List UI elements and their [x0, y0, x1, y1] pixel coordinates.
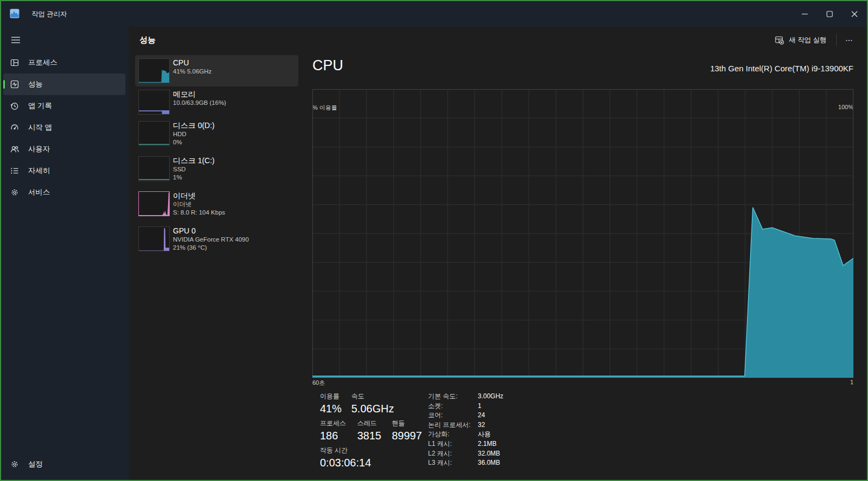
- mini-graph-ethernet: [138, 191, 170, 216]
- perf-item-text: 메모리10.0/63.9GB (16%): [173, 89, 296, 107]
- perf-item-text: 이더넷이더넷S: 8.0 R: 104 Kbps: [173, 191, 296, 217]
- sidebar-settings-container: 설정: [1, 453, 129, 475]
- sidebar-item-app-history[interactable]: 앱 기록: [3, 95, 125, 117]
- spec-label: 가상화:: [428, 430, 478, 439]
- cpu-spec-table: 기본 속도:3.00GHz소켓:1코어:24논리 프로세서:32가상화:사용L1…: [428, 392, 503, 468]
- sidebar-item-startup-apps[interactable]: 시작 앱: [3, 117, 125, 138]
- gear-icon: [10, 460, 19, 469]
- perf-item-title: 이더넷: [173, 191, 296, 201]
- sidebar: 프로세스성능앱 기록시작 앱사용자자세히서비스 설정: [1, 27, 129, 480]
- spec-label: L2 캐시:: [428, 449, 478, 459]
- perf-item-subtext: 이더넷: [173, 201, 296, 209]
- spec-value: 24: [478, 411, 503, 420]
- maximize-icon: [826, 11, 833, 17]
- sidebar-item-label: 시작 앱: [28, 123, 52, 132]
- perf-item-text: 디스크 0(D:)HDD0%: [173, 121, 296, 146]
- stat-handles: 핸들 89997: [392, 419, 422, 442]
- spec-label: 소켓:: [428, 402, 478, 411]
- maximize-button[interactable]: [817, 1, 842, 27]
- services-icon: [10, 188, 19, 197]
- sidebar-item-label: 자세히: [28, 166, 50, 176]
- perf-item-subtext: 0%: [173, 138, 296, 146]
- perf-item-subtext: SSD: [173, 165, 296, 173]
- cpu-usage-area-chart: [312, 89, 853, 378]
- ellipsis-icon: ⋯: [845, 36, 854, 44]
- spec-value: 36.0MB: [478, 458, 503, 468]
- page-title: 성능: [139, 27, 156, 53]
- cpu-panel-title: CPU: [312, 57, 343, 74]
- mini-graph-disk0: [138, 121, 170, 146]
- spec-label: L1 캐시:: [428, 439, 478, 449]
- run-new-task-button[interactable]: 새 작업 실행: [769, 31, 833, 49]
- task-manager-app-icon: [10, 9, 19, 18]
- chart-bottom-labels: 60초 1: [312, 379, 853, 387]
- performance-icon: [10, 80, 19, 89]
- spec-value: 3.00GHz: [478, 392, 503, 402]
- titlebar: 작업 관리자: [1, 1, 867, 27]
- cpu-usage-chart[interactable]: [312, 89, 853, 378]
- perf-item-subtext: 41% 5.06GHz: [173, 68, 296, 76]
- window-title: 작업 관리자: [31, 1, 67, 27]
- stat-processes: 프로세스 186: [320, 419, 346, 442]
- cpu-model-name: 13th Gen Intel(R) Core(TM) i9-13900KF: [710, 64, 853, 73]
- spec-label: L3 캐시:: [428, 458, 478, 468]
- perf-item-text: 디스크 1(C:)SSD1%: [173, 156, 296, 182]
- close-button[interactable]: [842, 1, 867, 27]
- sidebar-item-label: 성능: [28, 79, 43, 89]
- x-right-label: 1: [850, 379, 853, 385]
- mini-graph-gpu: [138, 226, 170, 251]
- run-new-task-label: 새 작업 실행: [789, 36, 826, 45]
- spec-label: 코어:: [428, 411, 478, 420]
- perf-list-item-gpu[interactable]: GPU 0NVIDIA GeForce RTX 409021% (36 °C): [135, 223, 298, 258]
- startup-apps-icon: [10, 123, 19, 132]
- sidebar-item-details[interactable]: 자세히: [3, 160, 125, 182]
- sidebar-item-services[interactable]: 서비스: [3, 182, 125, 203]
- header-divider: [836, 34, 837, 46]
- sidebar-nav: 프로세스성능앱 기록시작 앱사용자자세히서비스: [1, 52, 129, 203]
- stat-uptime: 작동 시간 0:03:06:14: [320, 446, 371, 469]
- perf-item-text: GPU 0NVIDIA GeForce RTX 409021% (36 °C): [173, 226, 296, 252]
- perf-item-title: 메모리: [173, 89, 296, 99]
- perf-list-item-memory[interactable]: 메모리10.0/63.9GB (16%): [135, 86, 298, 118]
- perf-item-subtext: 21% (36 °C): [173, 244, 296, 252]
- processes-icon: [10, 58, 19, 67]
- perf-list-item-cpu[interactable]: CPU41% 5.06GHz: [135, 55, 298, 86]
- content-header: 성능 새 작업 실행 ⋯: [129, 27, 867, 53]
- mini-graph-disk1: [138, 156, 170, 181]
- app-history-icon: [10, 102, 19, 110]
- sidebar-item-processes[interactable]: 프로세스: [3, 52, 125, 74]
- perf-item-subtext: S: 8.0 R: 104 Kbps: [173, 209, 296, 217]
- stat-speed: 속도 5.06GHz: [351, 392, 394, 415]
- spec-value: 32.0MB: [478, 449, 503, 459]
- perf-item-text: CPU41% 5.06GHz: [173, 58, 296, 76]
- sidebar-item-performance[interactable]: 성능: [3, 74, 125, 95]
- close-icon: [851, 11, 858, 17]
- sidebar-item-label: 사용자: [28, 144, 50, 154]
- sidebar-item-settings[interactable]: 설정: [3, 453, 125, 475]
- perf-list-item-disk0[interactable]: 디스크 0(D:)HDD0%: [135, 118, 298, 153]
- hamburger-icon: [11, 36, 21, 44]
- perf-item-subtext: 10.0/63.9GB (16%): [173, 99, 296, 107]
- perf-item-title: 디스크 0(D:): [173, 121, 296, 130]
- perf-list-item-ethernet[interactable]: 이더넷이더넷S: 8.0 R: 104 Kbps: [135, 188, 298, 223]
- perf-item-subtext: NVIDIA GeForce RTX 4090: [173, 236, 296, 244]
- sidebar-item-label: 서비스: [28, 188, 50, 197]
- spec-label: 기본 속도:: [428, 392, 478, 402]
- perf-list-item-disk1[interactable]: 디스크 1(C:)SSD1%: [135, 153, 298, 188]
- mini-graph-memory: [138, 90, 170, 115]
- hamburger-menu-button[interactable]: [5, 31, 26, 50]
- more-options-button[interactable]: ⋯: [840, 32, 859, 48]
- spec-value: 32: [478, 420, 503, 430]
- perf-item-subtext: 1%: [173, 173, 296, 182]
- users-icon: [10, 145, 19, 153]
- sidebar-item-users[interactable]: 사용자: [3, 138, 125, 160]
- minimize-button[interactable]: [792, 1, 817, 27]
- perf-item-subtext: HDD: [173, 130, 296, 138]
- stat-threads: 스레드 3815: [357, 419, 382, 442]
- perf-item-title: 디스크 1(C:): [173, 156, 296, 165]
- minimize-icon: [802, 11, 808, 17]
- task-manager-window: { "window": { "title": "작업 관리자", "border…: [0, 0, 868, 481]
- sidebar-item-label: 앱 기록: [28, 101, 52, 111]
- spec-value: 사용: [478, 430, 503, 439]
- stat-utilization: 이용률 41%: [320, 392, 342, 415]
